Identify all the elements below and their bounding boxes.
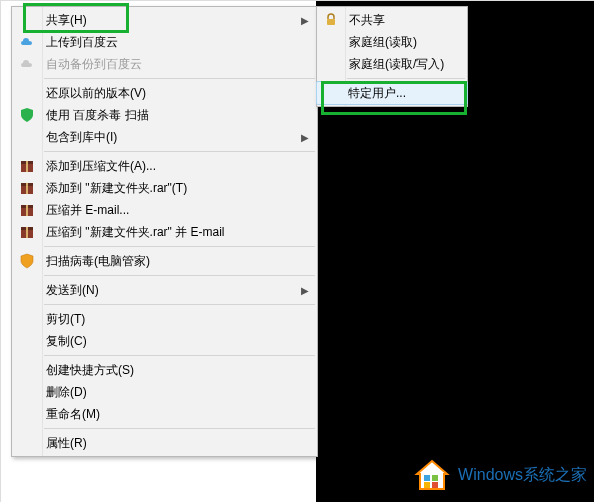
menu-item-rename[interactable]: 重命名(M) — [12, 403, 317, 425]
menu-item-label: 删除(D) — [46, 384, 87, 401]
svg-rect-17 — [432, 482, 438, 488]
submenu-item-label: 家庭组(读取) — [349, 34, 417, 51]
menu-item-auto-backup: 自动备份到百度云 — [12, 53, 317, 75]
screenshot-stage: 共享(H) ▶ 上传到百度云 自动备份到百度云 还原以前的版本(V) — [0, 0, 594, 502]
menu-item-copy[interactable]: 复制(C) — [12, 330, 317, 352]
menu-item-restore-versions[interactable]: 还原以前的版本(V) — [12, 82, 317, 104]
menu-item-send-to[interactable]: 发送到(N) ▶ — [12, 279, 317, 301]
baidu-cloud-icon — [19, 34, 35, 50]
menu-item-label: 添加到 "新建文件夹.rar"(T) — [46, 180, 187, 197]
context-menu: 共享(H) ▶ 上传到百度云 自动备份到百度云 还原以前的版本(V) — [11, 6, 318, 457]
menu-item-add-archive[interactable]: 添加到压缩文件(A)... — [12, 155, 317, 177]
svg-rect-15 — [432, 475, 438, 481]
menu-item-label: 复制(C) — [46, 333, 87, 350]
submenu-item-label: 不共享 — [349, 12, 385, 29]
submenu-arrow-icon: ▶ — [301, 132, 309, 143]
menu-item-delete[interactable]: 删除(D) — [12, 381, 317, 403]
menu-separator — [44, 428, 315, 429]
shield-green-icon — [19, 107, 35, 123]
menu-item-label: 剪切(T) — [46, 311, 85, 328]
menu-item-label: 包含到库中(I) — [46, 129, 117, 146]
svg-rect-11 — [26, 227, 28, 238]
menu-item-label: 创建快捷方式(S) — [46, 362, 134, 379]
menu-separator — [44, 355, 315, 356]
shield-orange-icon — [19, 253, 35, 269]
menu-item-add-rar[interactable]: 添加到 "新建文件夹.rar"(T) — [12, 177, 317, 199]
menu-item-scan-baidu[interactable]: 使用 百度杀毒 扫描 — [12, 104, 317, 126]
menu-separator — [44, 151, 315, 152]
menu-item-create-shortcut[interactable]: 创建快捷方式(S) — [12, 359, 317, 381]
menu-item-label: 自动备份到百度云 — [46, 56, 142, 73]
menu-separator — [347, 78, 465, 79]
submenu-item-homegroup-read[interactable]: 家庭组(读取) — [317, 31, 467, 53]
submenu-item-homegroup-rw[interactable]: 家庭组(读取/写入) — [317, 53, 467, 75]
svg-rect-5 — [26, 183, 28, 194]
baidu-cloud-icon — [19, 56, 35, 72]
submenu-item-no-share[interactable]: 不共享 — [317, 9, 467, 31]
winrar-icon — [19, 158, 35, 174]
winrar-icon — [19, 224, 35, 240]
winrar-icon — [19, 202, 35, 218]
menu-item-label: 添加到压缩文件(A)... — [46, 158, 156, 175]
menu-item-label: 压缩并 E-mail... — [46, 202, 129, 219]
menu-item-label: 属性(R) — [46, 435, 87, 452]
menu-item-share[interactable]: 共享(H) ▶ — [12, 9, 317, 31]
svg-rect-14 — [424, 475, 430, 481]
menu-separator — [44, 246, 315, 247]
submenu-arrow-icon: ▶ — [301, 15, 309, 26]
menu-item-upload-baidu[interactable]: 上传到百度云 — [12, 31, 317, 53]
svg-rect-12 — [327, 19, 335, 25]
menu-item-properties[interactable]: 属性(R) — [12, 432, 317, 454]
watermark: Windows系统之家 — [414, 459, 589, 491]
menu-item-label: 扫描病毒(电脑管家) — [46, 253, 150, 270]
submenu-item-label: 家庭组(读取/写入) — [349, 56, 444, 73]
watermark-text: Windows系统之家 — [456, 465, 589, 486]
submenu-item-specific-users[interactable]: 特定用户... — [316, 81, 468, 105]
menu-separator — [44, 304, 315, 305]
menu-item-label: 压缩到 "新建文件夹.rar" 并 E-mail — [46, 224, 225, 241]
house-logo-icon — [414, 459, 450, 491]
menu-separator — [44, 78, 315, 79]
menu-item-label: 使用 百度杀毒 扫描 — [46, 107, 149, 124]
menu-item-cut[interactable]: 剪切(T) — [12, 308, 317, 330]
menu-item-zip-email[interactable]: 压缩并 E-mail... — [12, 199, 317, 221]
menu-item-label: 发送到(N) — [46, 282, 99, 299]
menu-item-label: 上传到百度云 — [46, 34, 118, 51]
submenu-item-label: 特定用户... — [348, 85, 406, 102]
menu-item-label: 重命名(M) — [46, 406, 100, 423]
menu-item-include-library[interactable]: 包含到库中(I) ▶ — [12, 126, 317, 148]
svg-rect-2 — [26, 161, 28, 172]
menu-item-label: 共享(H) — [46, 12, 87, 29]
winrar-icon — [19, 180, 35, 196]
svg-rect-16 — [424, 482, 430, 488]
menu-item-label: 还原以前的版本(V) — [46, 85, 146, 102]
svg-rect-8 — [26, 205, 28, 216]
lock-icon — [323, 12, 339, 28]
share-submenu: 不共享 家庭组(读取) 家庭组(读取/写入) 特定用户... — [316, 6, 468, 107]
menu-item-zip-rar-email[interactable]: 压缩到 "新建文件夹.rar" 并 E-mail — [12, 221, 317, 243]
submenu-arrow-icon: ▶ — [301, 285, 309, 296]
menu-item-scan-tencent[interactable]: 扫描病毒(电脑管家) — [12, 250, 317, 272]
menu-separator — [44, 275, 315, 276]
